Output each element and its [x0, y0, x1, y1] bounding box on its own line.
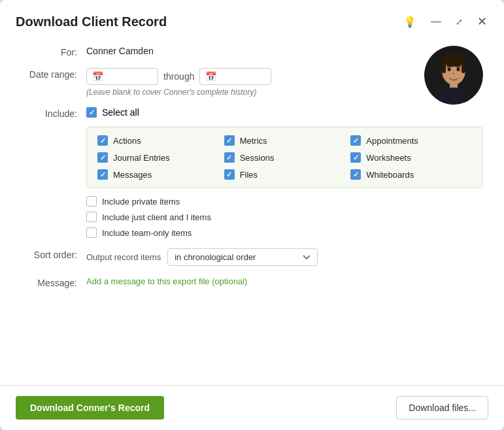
messages-checkbox[interactable]: ✓ — [97, 169, 108, 180]
list-item: ✓ Appointments — [350, 135, 472, 146]
include-content: ✓ Select all ✓ Actions ✓ — [86, 107, 483, 238]
whiteboards-checkbox[interactable]: ✓ — [350, 169, 361, 180]
dialog-title: Download Client Record — [16, 14, 167, 29]
message-row: Message: Add a message to this export fi… — [21, 276, 483, 288]
date-content: 📅 through 📅 (Leave blank to cover Conner… — [86, 68, 483, 97]
sessions-checkbox[interactable]: ✓ — [224, 152, 235, 163]
download-record-button[interactable]: Download Conner's Record — [16, 396, 164, 420]
checkmark-icon: ✓ — [226, 137, 232, 144]
svg-point-9 — [453, 73, 455, 75]
dialog-header: Download Client Record 💡 — ⤢ ✕ — [0, 0, 504, 39]
minimize-icon: — — [431, 16, 441, 27]
checkmark-icon: ✓ — [353, 137, 359, 144]
actions-label: Actions — [113, 136, 141, 146]
team-only-checkbox[interactable] — [86, 227, 97, 238]
list-item: Include private items — [86, 196, 483, 207]
sort-label: Sort order: — [21, 248, 86, 260]
for-content: Conner Camden — [86, 46, 483, 56]
for-row: For: Conner Camden — [21, 46, 483, 58]
client-items-checkbox[interactable] — [86, 212, 97, 222]
select-all-checkbox[interactable]: ✓ — [86, 107, 97, 118]
list-item: ✓ Files — [224, 169, 346, 180]
date-end-input[interactable]: 📅 — [199, 68, 271, 85]
private-items-checkbox[interactable] — [86, 196, 97, 207]
list-item: ✓ Journal Entries — [97, 152, 219, 163]
list-item: ✓ Whiteboards — [350, 169, 472, 180]
list-item: ✓ Messages — [97, 169, 219, 180]
appointments-checkbox[interactable]: ✓ — [350, 135, 361, 146]
checkmark-icon: ✓ — [353, 154, 359, 161]
private-items-label: Include private items — [102, 197, 180, 207]
dialog: Download Client Record 💡 — ⤢ ✕ — [0, 0, 504, 430]
files-checkbox[interactable]: ✓ — [224, 169, 235, 180]
expand-icon: ⤢ — [456, 17, 463, 27]
date-label: Date range: — [21, 68, 86, 80]
list-item: Include just client and I items — [86, 212, 483, 222]
message-label: Message: — [21, 276, 86, 288]
message-content: Add a message to this export file (optio… — [86, 276, 483, 286]
avatar-image — [424, 46, 483, 105]
download-files-button[interactable]: Download files... — [396, 396, 488, 420]
close-icon: ✕ — [477, 14, 487, 29]
hint-button[interactable]: 💡 — [399, 13, 420, 31]
include-label: Include: — [21, 107, 86, 119]
sort-content: Output record items in chronological ord… — [86, 248, 483, 266]
list-item: ✓ Sessions — [224, 152, 346, 163]
checkmark-icon: ✓ — [100, 171, 106, 178]
checkmark-icon: ✓ — [226, 171, 232, 178]
expand-button[interactable]: ⤢ — [452, 14, 467, 29]
sessions-label: Sessions — [240, 153, 275, 163]
header-controls: 💡 — ⤢ ✕ — [399, 12, 491, 31]
svg-point-7 — [448, 67, 451, 71]
through-text: through — [163, 71, 194, 82]
appointments-label: Appointments — [366, 136, 418, 146]
worksheets-checkbox[interactable]: ✓ — [350, 152, 361, 163]
calendar-start-icon: 📅 — [92, 71, 103, 82]
list-item: ✓ Metrics — [224, 135, 346, 146]
sort-output-text: Output record items — [86, 252, 161, 262]
hint-icon: 💡 — [403, 16, 416, 28]
sort-select[interactable]: in chronological order in reverse chrono… — [167, 248, 318, 266]
date-end-field[interactable] — [220, 72, 266, 82]
sort-order-row: Sort order: Output record items in chron… — [21, 248, 483, 266]
message-link[interactable]: Add a message to this export file (optio… — [86, 276, 247, 286]
select-all-label: Select all — [102, 107, 139, 118]
minimize-button[interactable]: — — [427, 13, 445, 30]
messages-label: Messages — [113, 170, 152, 180]
close-button[interactable]: ✕ — [473, 12, 491, 31]
list-item: ✓ Worksheets — [350, 152, 472, 163]
date-start-field[interactable] — [107, 72, 153, 82]
extra-options: Include private items Include just clien… — [86, 196, 483, 238]
select-all-row: ✓ Select all — [86, 107, 483, 118]
checkmark-icon: ✓ — [100, 137, 106, 144]
date-hint: (Leave blank to cover Conner's complete … — [86, 88, 483, 97]
checkmark-icon: ✓ — [100, 154, 106, 161]
journal-entries-label: Journal Entries — [113, 153, 170, 163]
date-start-input[interactable]: 📅 — [86, 68, 158, 85]
svg-rect-3 — [442, 60, 446, 73]
dialog-body: For: Conner Camden Date range: 📅 through… — [0, 39, 504, 385]
client-items-label: Include just client and I items — [102, 212, 211, 222]
dialog-footer: Download Conner's Record Download files.… — [0, 385, 504, 430]
include-row: Include: ✓ Select all ✓ Actio — [21, 107, 483, 238]
items-grid: ✓ Actions ✓ Metrics ✓ Appoi — [86, 127, 483, 188]
svg-point-8 — [457, 67, 460, 71]
team-only-label: Include team-only items — [102, 228, 192, 238]
for-label: For: — [21, 46, 86, 58]
svg-rect-4 — [462, 60, 465, 73]
actions-checkbox[interactable]: ✓ — [97, 135, 108, 146]
avatar — [424, 46, 483, 105]
files-label: Files — [240, 170, 258, 180]
metrics-checkbox[interactable]: ✓ — [224, 135, 235, 146]
journal-entries-checkbox[interactable]: ✓ — [97, 152, 108, 163]
date-range-inputs: 📅 through 📅 — [86, 68, 483, 85]
worksheets-label: Worksheets — [366, 153, 411, 163]
client-name: Conner Camden — [86, 44, 154, 56]
metrics-label: Metrics — [240, 136, 267, 146]
whiteboards-label: Whiteboards — [366, 170, 414, 180]
checkmark-icon: ✓ — [226, 154, 232, 161]
calendar-end-icon: 📅 — [205, 71, 216, 82]
checkmark-icon: ✓ — [353, 171, 359, 178]
list-item: Include team-only items — [86, 227, 483, 238]
date-range-row: Date range: 📅 through 📅 (Leave blank to … — [21, 68, 483, 97]
